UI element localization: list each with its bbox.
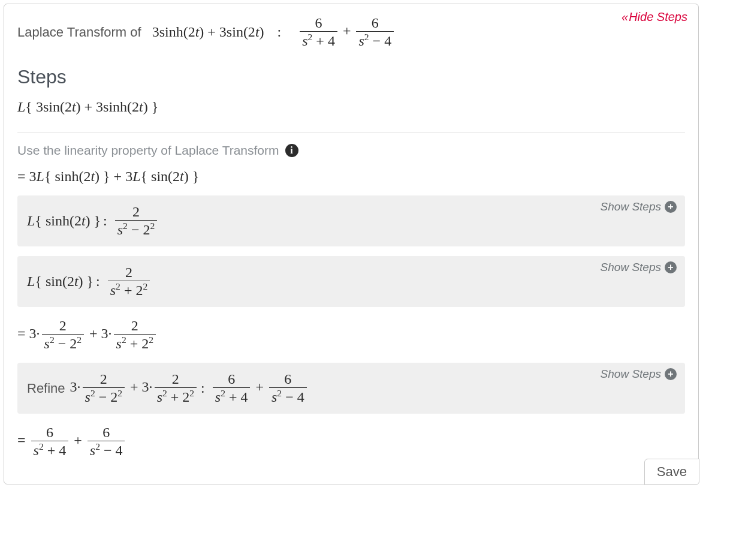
- plus-icon: +: [665, 261, 677, 273]
- substep-sin-lhs: L{ sin(2t) }: [27, 273, 93, 290]
- divider: [17, 132, 685, 133]
- substep-sinh-rhs: 2s2 − 22: [113, 204, 159, 238]
- initial-expression: L{ 3sin(2t) + 3sinh(2t) }: [17, 99, 685, 115]
- show-steps-button[interactable]: Show Steps +: [601, 200, 677, 213]
- substep-sinh: L{ sinh(2t) } : 2s2 − 22 Show Steps +: [17, 195, 685, 246]
- substep-sinh-lhs: L{ sinh(2t) }: [27, 213, 101, 229]
- show-steps-label: Show Steps: [601, 261, 661, 274]
- linearity-note: Use the linearity property of Laplace Tr…: [17, 143, 685, 158]
- show-steps-label: Show Steps: [601, 368, 661, 381]
- refine-lhs: 3·2s2 − 22 + 3·2s2 + 22: [70, 371, 199, 405]
- solution-panel: «Hide Steps Laplace Transform of 3sinh(2…: [4, 4, 699, 484]
- final-result: = 6s2 + 4 + 6s2 − 4: [17, 424, 685, 459]
- hide-steps-label: Hide Steps: [629, 10, 687, 23]
- show-steps-button[interactable]: Show Steps +: [601, 261, 677, 274]
- colon: :: [277, 24, 282, 40]
- refine-rhs: 6s2 + 4 + 6s2 − 4: [211, 371, 309, 405]
- substep-sin-rhs: 2s2 + 22: [106, 264, 152, 299]
- info-icon[interactable]: i: [285, 144, 298, 157]
- plus-icon: +: [665, 368, 677, 380]
- linearity-note-text: Use the linearity property of Laplace Tr…: [17, 143, 279, 158]
- problem-statement: Laplace Transform of 3sinh(2t) + 3sin(2t…: [17, 15, 685, 49]
- problem-prefix: Laplace Transform of: [17, 25, 141, 40]
- refine-prefix: Refine: [27, 381, 65, 396]
- combined-expression: = 3·2s2 − 22 + 3·2s2 + 22: [17, 318, 685, 352]
- show-steps-label: Show Steps: [601, 200, 661, 213]
- save-button[interactable]: Save: [644, 459, 699, 485]
- substep-sin: L{ sin(2t) } : 2s2 + 22 Show Steps +: [17, 256, 685, 307]
- problem-result: 6s2 + 4 + 6s2 − 4: [298, 15, 396, 49]
- plus-icon: +: [665, 201, 677, 213]
- hide-steps-link[interactable]: «Hide Steps: [622, 10, 687, 24]
- refine-block: Refine 3·2s2 − 22 + 3·2s2 + 22 : 6s2 + 4…: [17, 363, 685, 414]
- show-steps-button[interactable]: Show Steps +: [601, 368, 677, 381]
- steps-heading: Steps: [17, 66, 685, 88]
- chevron-left-icon: «: [622, 10, 626, 23]
- linearity-result: = 3L{ sinh(2t) } + 3L{ sin(2t) }: [17, 168, 685, 185]
- problem-expression: 3sinh(2t) + 3sin(2t): [152, 24, 264, 40]
